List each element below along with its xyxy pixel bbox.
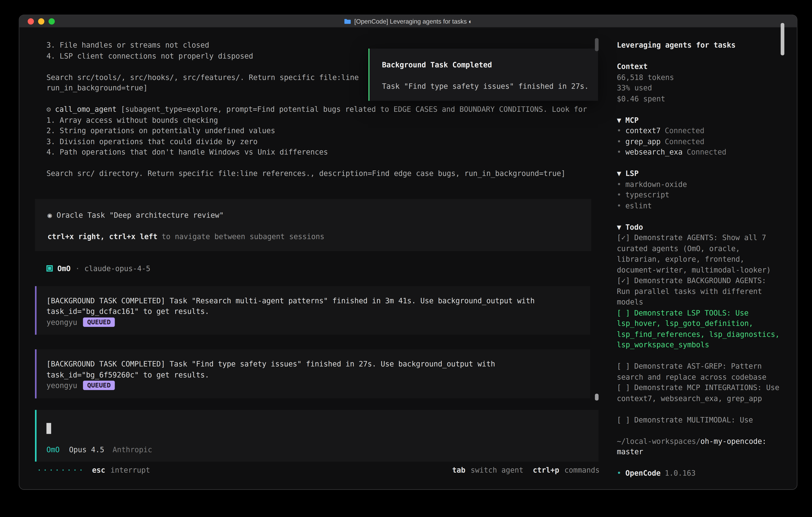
tool-call-args: [subagent_type=explore, prompt=Find pote… (121, 105, 587, 113)
checkbox-checked-icon: [✓] (617, 233, 630, 242)
message-line: task_id="bg_dcfac161" to get results. (46, 306, 580, 317)
todo-item: [✓]Demonstrate AGENTS: Show all 7 curate… (617, 232, 780, 275)
input-agent-name: OmO (46, 444, 60, 455)
context-tokens: 66,518 tokens (617, 72, 780, 83)
bullet-icon: • (617, 191, 621, 199)
chevron-down-icon: ▼ (617, 223, 621, 231)
titlebar[interactable]: [OpenCode] Leveraging agents for tasks ◐ (19, 15, 797, 28)
mcp-item: •context7Connected (617, 125, 780, 136)
tab-key-hint: tab (452, 465, 465, 475)
queued-badge: QUEUED (83, 317, 115, 327)
todo-section-header[interactable]: ▼Todo (617, 222, 780, 233)
ctrlp-key-hint: ctrl+p (533, 465, 559, 475)
mcp-heading-text: MCP (626, 116, 639, 124)
tool-call-list-item: 3. Division operations that could divide… (35, 136, 600, 147)
esc-key-hint: esc (92, 465, 105, 475)
checkbox-empty-icon: [ ] (617, 383, 630, 392)
checkbox-checked-icon: [✓] (617, 276, 630, 285)
lsp-item: •typescript (617, 190, 780, 200)
spinner-dots: ········ (37, 465, 85, 475)
opencode-window: [OpenCode] Leveraging agents for tasks ◐… (19, 15, 798, 490)
context-spent: $0.46 spent (617, 93, 780, 104)
mcp-item: •grep_appConnected (617, 136, 780, 147)
agent-header: OmO · claude-opus-4-5 (35, 263, 600, 274)
todo-heading-text: Todo (626, 223, 643, 231)
workspace-path: ~/local-workspaces/oh-my-opencode: maste… (617, 436, 780, 457)
todo-item: [ ]Demonstrate AST-GREP: Pattern search … (617, 361, 780, 382)
esc-key-label: interrupt (111, 465, 150, 475)
agent-square-icon (46, 265, 53, 272)
gear-icon: ⚙ (46, 105, 51, 113)
mcp-section-header[interactable]: ▼MCP (617, 114, 780, 125)
chat-area: 3. File handles or streams not closed 4.… (19, 28, 610, 489)
lsp-item: •markdown-oxide (617, 179, 780, 190)
text-cursor (46, 423, 51, 434)
toast-body: Task "Find type safety issues" finished … (382, 81, 586, 92)
oracle-task-title-text: Oracle Task "Deep architecture review" (57, 211, 224, 219)
bullet-icon: • (617, 137, 621, 145)
main-scrollbar-thumb[interactable] (595, 38, 599, 51)
todo-item: [ ]Demonstrate MULTIMODAL: Use (617, 414, 780, 425)
main-scrollbar-marker[interactable] (595, 393, 599, 401)
minimize-button[interactable] (38, 18, 45, 24)
chevron-down-icon: ▼ (617, 116, 621, 124)
queued-badge: QUEUED (83, 381, 115, 390)
bullet-icon: • (617, 469, 621, 477)
agent-separator: · (75, 263, 80, 274)
version-line: •OpenCode1.0.163 (617, 468, 780, 479)
traffic-lights (19, 18, 55, 24)
agent-name: OmO (57, 263, 70, 274)
todo-item-active: [ ]Demonstrate LSP TOOLS: Use lsp_hover,… (617, 307, 780, 350)
commands-hint-group: ctrl+p commands (533, 465, 600, 475)
lsp-heading-text: LSP (626, 169, 639, 178)
tool-call-line: ⚙call_omo_agent[subagent_type=explore, p… (35, 104, 600, 115)
agent-model: claude-opus-4-5 (84, 263, 150, 274)
statusbar: ········ esc interrupt tab switch agent … (19, 465, 610, 476)
bullet-icon: • (617, 180, 621, 188)
message-author: yeongyu (46, 317, 77, 327)
chevron-down-icon: ▼ (617, 169, 621, 178)
message-line: task_id="bg_6f59260c" to get results. (46, 370, 580, 380)
oracle-task-panel: ◉Oracle Task "Deep architecture review" … (35, 199, 591, 251)
message-footer: yeongyu QUEUED (46, 380, 580, 391)
zoom-button[interactable] (49, 18, 55, 24)
checkbox-empty-icon: [ ] (617, 415, 630, 424)
window-title-text: [OpenCode] Leveraging agents for tasks ◐ (354, 18, 472, 25)
tool-call-list-item: 2. String operations on potentially unde… (35, 125, 600, 136)
tool-call-list-item: 4. Path operations that don't handle Win… (35, 147, 600, 158)
hint-keys: ctrl+x right, ctrl+x left (48, 232, 157, 241)
input-model-name: Opus 4.5 (69, 444, 104, 455)
toast-title: Background Task Completed (382, 60, 586, 71)
sidebar-scrollbar-thumb[interactable] (781, 23, 784, 55)
lsp-section-header[interactable]: ▼LSP (617, 168, 780, 179)
hint-text: to navigate between subagent sessions (162, 232, 324, 241)
subagent-nav-hint: ctrl+x right, ctrl+x leftto navigate bet… (48, 231, 591, 242)
tab-key-label: switch agent (470, 465, 523, 475)
close-button[interactable] (28, 18, 34, 24)
lsp-item: •eslint (617, 200, 780, 211)
context-heading: Context (617, 61, 780, 72)
todo-item: [ ]Demonstrate MCP INTEGRATIONS: Use con… (617, 382, 780, 404)
message-author: yeongyu (46, 380, 77, 391)
message-line: [BACKGROUND TASK COMPLETED] Task "Find t… (46, 359, 580, 370)
ctrlp-key-label: commands (564, 465, 600, 475)
oracle-task-title: ◉Oracle Task "Deep architecture review" (48, 210, 591, 220)
desktop: [OpenCode] Leveraging agents for tasks ◐… (0, 0, 812, 517)
bullet-icon: • (617, 148, 621, 156)
prompt-input[interactable]: OmO Opus 4.5 Anthropic (35, 410, 599, 462)
message-line: [BACKGROUND TASK COMPLETED] Task "Resear… (46, 295, 580, 306)
background-task-toast: Background Task Completed Task "Find typ… (369, 49, 598, 101)
tool-call-tail: Search src/ directory. Return specific f… (35, 168, 600, 179)
checkbox-empty-icon: [ ] (617, 362, 630, 370)
background-task-message: [BACKGROUND TASK COMPLETED] Task "Resear… (35, 286, 590, 335)
tab-hint-group: tab switch agent (452, 465, 523, 475)
bullet-icon: • (617, 126, 621, 135)
window-title: [OpenCode] Leveraging agents for tasks ◐ (19, 15, 797, 27)
checkbox-empty-icon: [ ] (617, 308, 630, 317)
background-task-message: [BACKGROUND TASK COMPLETED] Task "Find t… (35, 349, 590, 398)
message-footer: yeongyu QUEUED (46, 317, 580, 327)
context-used: 33% used (617, 83, 780, 93)
tool-call-list-item: 1. Array access without bounds checking (35, 114, 600, 125)
record-icon: ◉ (48, 211, 52, 219)
model-row: OmO Opus 4.5 Anthropic (46, 444, 587, 455)
